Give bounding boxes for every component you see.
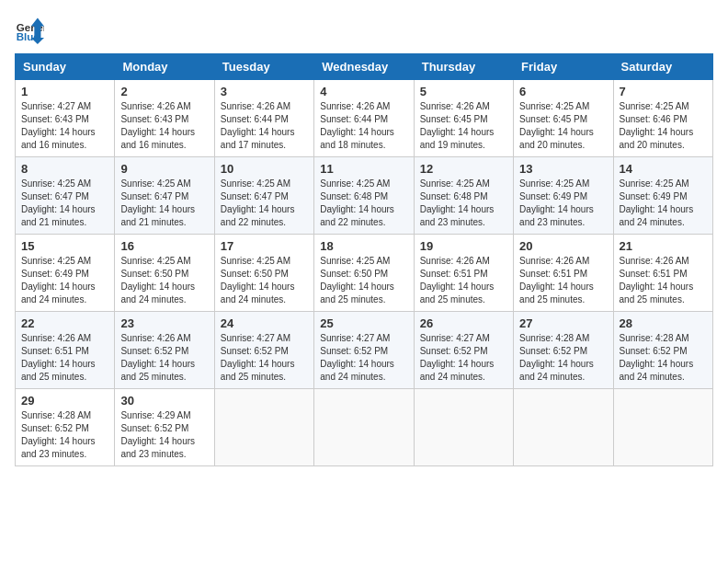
calendar-week-2: 8 Sunrise: 4:25 AM Sunset: 6:47 PM Dayli… — [16, 157, 713, 235]
sunrise-label: Sunrise: 4:26 AM — [120, 101, 190, 111]
sunrise-label: Sunrise: 4:25 AM — [519, 178, 589, 189]
sunrise-label: Sunrise: 4:29 AM — [120, 410, 190, 420]
calendar-cell: 6 Sunrise: 4:25 AM Sunset: 6:45 PM Dayli… — [514, 80, 613, 157]
day-number: 29 — [21, 394, 108, 408]
sunset-label: Sunset: 6:50 PM — [320, 269, 388, 279]
sunset-label: Sunset: 6:47 PM — [21, 191, 89, 201]
sunset-label: Sunset: 6:52 PM — [620, 346, 688, 356]
day-number: 14 — [620, 162, 707, 176]
day-number: 9 — [120, 162, 208, 176]
calendar-cell: 2 Sunrise: 4:26 AM Sunset: 6:43 PM Dayli… — [115, 80, 214, 157]
cell-info: Sunrise: 4:27 AM Sunset: 6:43 PM Dayligh… — [21, 100, 108, 152]
daylight-label: Daylight: 14 hours and 24 minutes. — [21, 282, 96, 304]
day-number: 20 — [519, 239, 607, 253]
calendar-cell: 28 Sunrise: 4:28 AM Sunset: 6:52 PM Dayl… — [613, 312, 712, 389]
cell-info: Sunrise: 4:25 AM Sunset: 6:50 PM Dayligh… — [221, 255, 308, 306]
calendar-cell: 8 Sunrise: 4:25 AM Sunset: 6:47 PM Dayli… — [16, 157, 115, 235]
daylight-label: Daylight: 14 hours and 24 minutes. — [519, 359, 594, 382]
daylight-label: Daylight: 14 hours and 24 minutes. — [620, 204, 694, 227]
sunset-label: Sunset: 6:50 PM — [221, 269, 289, 279]
cell-info: Sunrise: 4:25 AM Sunset: 6:48 PM Dayligh… — [320, 178, 407, 229]
calendar-cell: 7 Sunrise: 4:25 AM Sunset: 6:46 PM Dayli… — [613, 80, 712, 157]
calendar-cell — [613, 389, 712, 466]
sunrise-label: Sunrise: 4:25 AM — [120, 256, 190, 266]
calendar-cell: 30 Sunrise: 4:29 AM Sunset: 6:52 PM Dayl… — [115, 389, 214, 466]
day-number: 22 — [21, 316, 108, 330]
calendar-cell: 9 Sunrise: 4:25 AM Sunset: 6:47 PM Dayli… — [115, 157, 214, 235]
cell-info: Sunrise: 4:25 AM Sunset: 6:49 PM Dayligh… — [519, 178, 607, 229]
sunset-label: Sunset: 6:52 PM — [519, 346, 587, 356]
day-number: 15 — [21, 239, 108, 253]
page-header: General Blue — [15, 15, 713, 44]
cell-info: Sunrise: 4:27 AM Sunset: 6:52 PM Dayligh… — [221, 332, 308, 384]
day-number: 3 — [221, 85, 308, 98]
sunrise-label: Sunrise: 4:27 AM — [420, 333, 490, 343]
daylight-label: Daylight: 14 hours and 19 minutes. — [420, 127, 495, 150]
sunset-label: Sunset: 6:48 PM — [320, 191, 388, 201]
cell-info: Sunrise: 4:26 AM Sunset: 6:44 PM Dayligh… — [221, 100, 308, 152]
daylight-label: Daylight: 14 hours and 23 minutes. — [120, 436, 195, 459]
day-number: 19 — [420, 239, 507, 253]
sunrise-label: Sunrise: 4:26 AM — [420, 101, 490, 111]
daylight-label: Daylight: 14 hours and 16 minutes. — [21, 127, 96, 150]
day-number: 30 — [120, 394, 208, 408]
daylight-label: Daylight: 14 hours and 25 minutes. — [221, 359, 295, 382]
cell-info: Sunrise: 4:27 AM Sunset: 6:52 PM Dayligh… — [320, 332, 407, 384]
calendar-cell — [214, 389, 313, 466]
sunset-label: Sunset: 6:51 PM — [519, 269, 587, 279]
day-number: 7 — [620, 85, 707, 98]
cell-info: Sunrise: 4:26 AM Sunset: 6:51 PM Dayligh… — [620, 255, 707, 306]
cell-info: Sunrise: 4:25 AM Sunset: 6:49 PM Dayligh… — [620, 178, 707, 229]
sunrise-label: Sunrise: 4:25 AM — [221, 256, 290, 266]
day-header-saturday: Saturday — [613, 54, 712, 80]
day-header-friday: Friday — [514, 54, 613, 80]
cell-info: Sunrise: 4:28 AM Sunset: 6:52 PM Dayligh… — [620, 332, 707, 384]
day-number: 26 — [420, 316, 507, 330]
calendar-header-row: SundayMondayTuesdayWednesdayThursdayFrid… — [16, 54, 713, 80]
day-number: 25 — [320, 316, 407, 330]
sunset-label: Sunset: 6:49 PM — [519, 191, 587, 201]
sunset-label: Sunset: 6:52 PM — [120, 346, 188, 356]
cell-info: Sunrise: 4:26 AM Sunset: 6:51 PM Dayligh… — [519, 255, 607, 306]
sunset-label: Sunset: 6:47 PM — [120, 191, 188, 201]
day-number: 17 — [221, 239, 308, 253]
sunrise-label: Sunrise: 4:25 AM — [620, 101, 689, 111]
day-header-tuesday: Tuesday — [214, 54, 313, 80]
daylight-label: Daylight: 14 hours and 21 minutes. — [21, 204, 96, 227]
calendar-cell: 22 Sunrise: 4:26 AM Sunset: 6:51 PM Dayl… — [16, 312, 115, 389]
calendar-cell: 19 Sunrise: 4:26 AM Sunset: 6:51 PM Dayl… — [414, 235, 513, 312]
cell-info: Sunrise: 4:28 AM Sunset: 6:52 PM Dayligh… — [21, 409, 108, 461]
calendar-cell: 20 Sunrise: 4:26 AM Sunset: 6:51 PM Dayl… — [514, 235, 613, 312]
cell-info: Sunrise: 4:25 AM Sunset: 6:48 PM Dayligh… — [420, 178, 507, 229]
calendar-cell: 21 Sunrise: 4:26 AM Sunset: 6:51 PM Dayl… — [613, 235, 712, 312]
daylight-label: Daylight: 14 hours and 25 minutes. — [320, 282, 394, 304]
sunrise-label: Sunrise: 4:25 AM — [21, 178, 91, 189]
daylight-label: Daylight: 14 hours and 25 minutes. — [519, 282, 594, 304]
calendar-cell: 5 Sunrise: 4:26 AM Sunset: 6:45 PM Dayli… — [414, 80, 513, 157]
cell-info: Sunrise: 4:28 AM Sunset: 6:52 PM Dayligh… — [519, 332, 607, 384]
cell-info: Sunrise: 4:25 AM Sunset: 6:47 PM Dayligh… — [21, 178, 108, 229]
sunset-label: Sunset: 6:45 PM — [420, 114, 488, 124]
day-number: 18 — [320, 239, 407, 253]
calendar-week-3: 15 Sunrise: 4:25 AM Sunset: 6:49 PM Dayl… — [16, 235, 713, 312]
daylight-label: Daylight: 14 hours and 24 minutes. — [320, 359, 394, 382]
calendar-cell: 24 Sunrise: 4:27 AM Sunset: 6:52 PM Dayl… — [214, 312, 313, 389]
sunset-label: Sunset: 6:51 PM — [420, 269, 488, 279]
cell-info: Sunrise: 4:26 AM Sunset: 6:44 PM Dayligh… — [320, 100, 407, 152]
sunset-label: Sunset: 6:44 PM — [221, 114, 289, 124]
daylight-label: Daylight: 14 hours and 24 minutes. — [120, 282, 195, 304]
cell-info: Sunrise: 4:26 AM Sunset: 6:43 PM Dayligh… — [120, 100, 208, 152]
sunrise-label: Sunrise: 4:28 AM — [620, 333, 689, 343]
calendar-cell: 13 Sunrise: 4:25 AM Sunset: 6:49 PM Dayl… — [514, 157, 613, 235]
calendar-week-4: 22 Sunrise: 4:26 AM Sunset: 6:51 PM Dayl… — [16, 312, 713, 389]
sunrise-label: Sunrise: 4:25 AM — [320, 256, 390, 266]
daylight-label: Daylight: 14 hours and 17 minutes. — [221, 127, 295, 150]
sunset-label: Sunset: 6:47 PM — [221, 191, 289, 201]
daylight-label: Daylight: 14 hours and 23 minutes. — [420, 204, 495, 227]
calendar-week-1: 1 Sunrise: 4:27 AM Sunset: 6:43 PM Dayli… — [16, 80, 713, 157]
logo-icon: General Blue — [15, 15, 44, 44]
day-header-wednesday: Wednesday — [314, 54, 414, 80]
sunrise-label: Sunrise: 4:25 AM — [519, 101, 589, 111]
day-number: 13 — [519, 162, 607, 176]
calendar-table: SundayMondayTuesdayWednesdayThursdayFrid… — [15, 53, 713, 466]
